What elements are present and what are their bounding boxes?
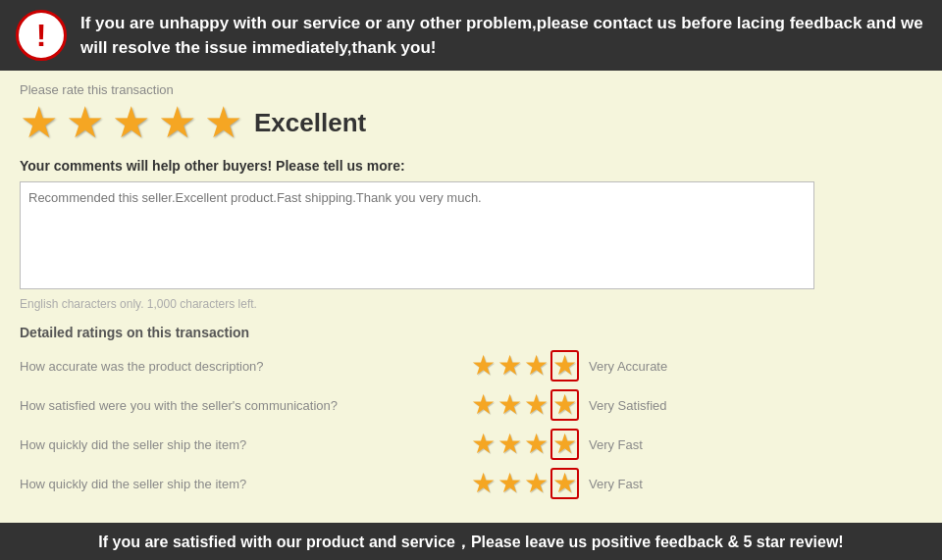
detail-question-2: How satisfied were you with the seller's… — [20, 398, 471, 413]
detail-star-2-3[interactable]: ★ — [524, 391, 549, 419]
detail-label-4: Very Fast — [589, 477, 643, 491]
detail-label-1: Very Accurate — [589, 359, 667, 374]
warning-banner: ! If you are unhappy with our service or… — [0, 0, 942, 71]
detail-star-4-4[interactable]: ★ — [550, 468, 579, 499]
detail-row-2: How satisfied were you with the seller's… — [20, 389, 922, 421]
detail-question-4: How quickly did the seller ship the item… — [20, 477, 471, 491]
detail-star-2-2[interactable]: ★ — [497, 391, 522, 419]
main-content: Please rate this transaction ★ ★ ★ ★ ★ E… — [0, 71, 942, 523]
char-limit-note: English characters only. 1,000 character… — [20, 297, 922, 311]
detail-label-2: Very Satisfied — [589, 398, 667, 413]
star-5[interactable]: ★ — [204, 101, 242, 144]
rating-label: Excellent — [254, 108, 366, 138]
detail-star-1-1[interactable]: ★ — [471, 352, 496, 380]
comments-prompt: Your comments will help other buyers! Pl… — [20, 158, 922, 174]
star-4[interactable]: ★ — [158, 101, 196, 144]
detail-star-1-4[interactable]: ★ — [550, 350, 579, 382]
rate-prompt: Please rate this transaction — [20, 82, 922, 97]
comments-textarea[interactable] — [20, 181, 814, 289]
detail-star-1-2[interactable]: ★ — [497, 352, 522, 380]
detail-star-3-3[interactable]: ★ — [524, 431, 549, 458]
main-rating-row: ★ ★ ★ ★ ★ Excellent — [20, 101, 922, 144]
detail-question-1: How accurate was the product description… — [20, 359, 471, 374]
warning-text: If you are unhappy with our service or a… — [80, 11, 926, 61]
detail-stars-3[interactable]: ★ ★ ★ ★ — [471, 429, 579, 460]
detail-star-2-4[interactable]: ★ — [550, 389, 579, 421]
detail-label-3: Very Fast — [589, 437, 643, 452]
detail-star-1-3[interactable]: ★ — [524, 352, 549, 380]
detail-star-4-2[interactable]: ★ — [497, 470, 522, 497]
detail-stars-2[interactable]: ★ ★ ★ ★ — [471, 389, 579, 421]
warning-icon: ! — [16, 10, 67, 61]
footer-banner: If you are satisfied with our product an… — [0, 523, 942, 560]
detail-row-1: How accurate was the product description… — [20, 350, 922, 382]
detail-row-3: How quickly did the seller ship the item… — [20, 429, 922, 460]
exclamation-icon: ! — [36, 20, 47, 51]
footer-text: If you are satisfied with our product an… — [98, 534, 843, 550]
detail-star-4-1[interactable]: ★ — [471, 470, 496, 497]
detail-star-3-4[interactable]: ★ — [550, 429, 579, 460]
detail-star-3-2[interactable]: ★ — [497, 431, 522, 458]
detail-star-4-3[interactable]: ★ — [524, 470, 549, 497]
detail-stars-4[interactable]: ★ ★ ★ ★ — [471, 468, 579, 499]
detail-question-3: How quickly did the seller ship the item… — [20, 437, 471, 452]
star-2[interactable]: ★ — [66, 101, 104, 144]
detail-star-3-1[interactable]: ★ — [471, 431, 496, 458]
detailed-ratings-title: Detailed ratings on this transaction — [20, 325, 922, 340]
detail-stars-1[interactable]: ★ ★ ★ ★ — [471, 350, 579, 382]
detail-star-2-1[interactable]: ★ — [471, 391, 496, 419]
detail-row-4: How quickly did the seller ship the item… — [20, 468, 922, 499]
star-3[interactable]: ★ — [112, 101, 150, 144]
star-1[interactable]: ★ — [20, 101, 58, 144]
